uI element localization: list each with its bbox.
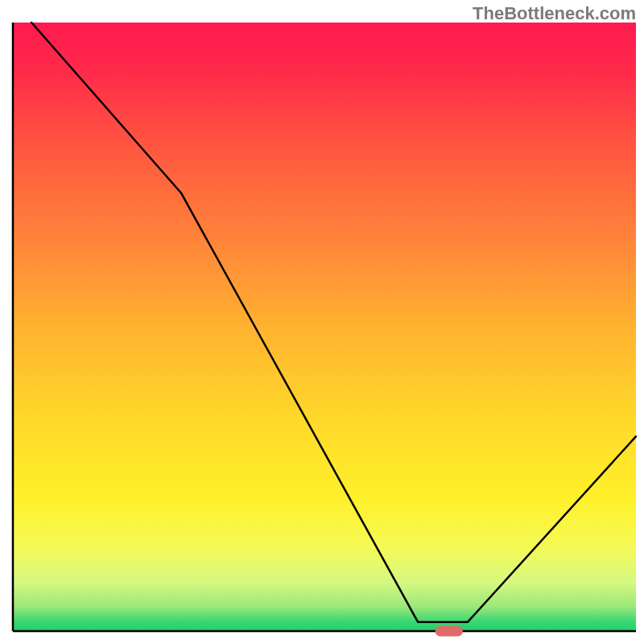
watermark-text: TheBottleneck.com [473,3,636,24]
optimum-marker [436,626,463,637]
chart-container: TheBottleneck.com [0,0,644,644]
bottleneck-chart [0,0,644,644]
